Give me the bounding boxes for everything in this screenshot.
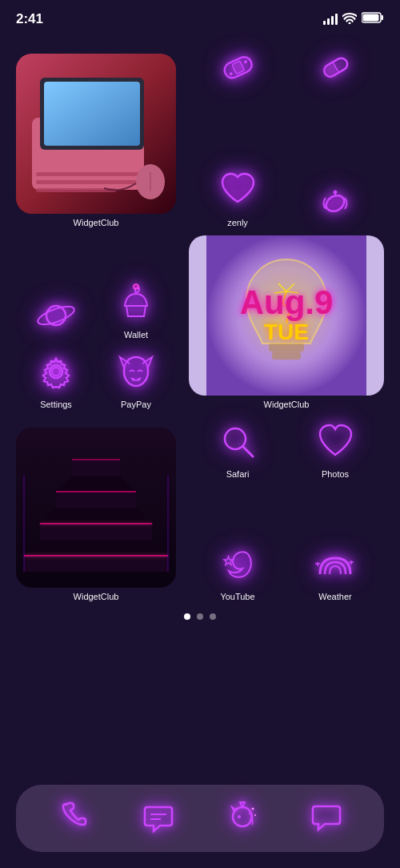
calendar-date: Aug.9 xyxy=(240,286,334,319)
status-icons xyxy=(323,12,384,26)
candy-app[interactable] xyxy=(311,166,359,227)
page-dots xyxy=(0,613,400,620)
wallet-app[interactable]: Wallet xyxy=(112,278,160,340)
widgetclub3-label: WidgetClub xyxy=(16,592,176,601)
widgetclub1-label: WidgetClub xyxy=(16,218,176,227)
page-dot-3[interactable] xyxy=(210,613,216,620)
svg-point-27 xyxy=(52,368,60,376)
row2-left: Wallet Settings xyxy=(16,278,176,409)
row2-left-top: Wallet xyxy=(16,278,176,340)
svg-point-61 xyxy=(238,815,241,818)
svg-point-22 xyxy=(334,191,337,194)
heart-outline-icon xyxy=(311,417,359,465)
svg-marker-53 xyxy=(224,557,233,565)
saturn-icon xyxy=(32,291,80,340)
planet-app[interactable] xyxy=(32,291,80,340)
svg-line-52 xyxy=(243,447,253,456)
page-dot-2[interactable] xyxy=(197,613,203,620)
row3-right: Safari Photos xyxy=(189,417,384,601)
paypay-app[interactable]: PayPay xyxy=(112,348,160,409)
svg-rect-18 xyxy=(322,62,338,78)
svg-marker-37 xyxy=(24,540,168,556)
status-bar: 2:41 xyxy=(0,0,400,35)
wifi-icon xyxy=(342,13,357,26)
paypay-label: PayPay xyxy=(121,400,151,409)
capsule-icon xyxy=(311,43,359,91)
bandage-icon xyxy=(214,43,262,91)
svg-rect-2 xyxy=(363,14,379,22)
photos-label: Photos xyxy=(322,469,349,479)
rainbow-icon xyxy=(311,540,359,588)
row1-right: zenly xyxy=(189,43,384,227)
calendar-day: TUE xyxy=(240,319,334,345)
row3-right-bottom: YouTube xyxy=(189,540,384,601)
zenly-app[interactable]: zenly xyxy=(214,166,262,227)
widgetclub2-label: WidgetClub xyxy=(189,400,384,409)
capsule-app[interactable] xyxy=(311,43,359,91)
svg-rect-30 xyxy=(272,352,301,360)
phone-dock-item[interactable] xyxy=(50,794,98,842)
message-dock-item[interactable] xyxy=(302,794,350,842)
home-screen: WidgetClub xyxy=(0,35,400,601)
svg-marker-45 xyxy=(72,460,120,476)
safari-label: Safari xyxy=(226,469,250,479)
svg-rect-6 xyxy=(44,82,140,146)
weather-label: Weather xyxy=(318,592,351,601)
widgetclub3-widget[interactable]: WidgetClub xyxy=(16,428,176,601)
youtube-label: YouTube xyxy=(220,592,254,601)
unicorn-dock-item[interactable] xyxy=(218,794,266,842)
status-time: 2:41 xyxy=(16,11,43,27)
signal-icon xyxy=(323,14,338,25)
devil-icon xyxy=(112,348,160,396)
cupcake-icon xyxy=(112,278,160,326)
page-dot-1[interactable] xyxy=(184,613,190,620)
chat-dock-item[interactable] xyxy=(134,794,182,842)
svg-point-25 xyxy=(134,284,138,289)
widgetclub1-widget[interactable]: WidgetClub xyxy=(16,54,176,227)
search-icon xyxy=(214,417,262,465)
youtube-app[interactable]: YouTube xyxy=(214,540,262,601)
svg-marker-36 xyxy=(24,556,168,572)
gear-icon xyxy=(32,348,80,396)
svg-rect-7 xyxy=(36,172,140,176)
svg-point-62 xyxy=(251,808,254,810)
svg-rect-1 xyxy=(382,15,384,20)
bandage-app[interactable] xyxy=(214,43,262,91)
row2-left-bottom: Settings xyxy=(16,348,176,409)
safari-app[interactable]: Safari xyxy=(214,417,262,479)
row1: WidgetClub xyxy=(16,43,384,227)
settings-label: Settings xyxy=(40,400,72,409)
dock xyxy=(16,785,384,852)
svg-marker-42 xyxy=(56,492,136,508)
row1-right-bottom: zenly xyxy=(189,166,384,227)
svg-marker-40 xyxy=(40,508,152,524)
svg-marker-39 xyxy=(40,524,152,540)
row3-right-top: Safari Photos xyxy=(189,417,384,479)
row3: WidgetClub Safari xyxy=(16,417,384,601)
row1-right-top xyxy=(189,43,384,91)
svg-rect-8 xyxy=(36,180,140,184)
settings-app[interactable]: Settings xyxy=(32,348,80,409)
shooting-star-icon xyxy=(214,540,262,588)
candy-icon xyxy=(311,179,359,227)
heart-neon-icon xyxy=(214,166,262,214)
battery-icon xyxy=(362,12,384,26)
calendar-date-display: Aug.9 TUE xyxy=(240,286,334,345)
photos-app[interactable]: Photos xyxy=(311,417,359,479)
svg-point-63 xyxy=(254,814,256,816)
zenly-label: zenly xyxy=(227,218,248,227)
widgetclub2-widget[interactable]: Aug.9 TUE WidgetClub xyxy=(189,235,384,409)
wallet-label: Wallet xyxy=(124,330,148,340)
weather-app[interactable]: Weather xyxy=(311,540,359,601)
row2: Wallet Settings xyxy=(16,235,384,409)
